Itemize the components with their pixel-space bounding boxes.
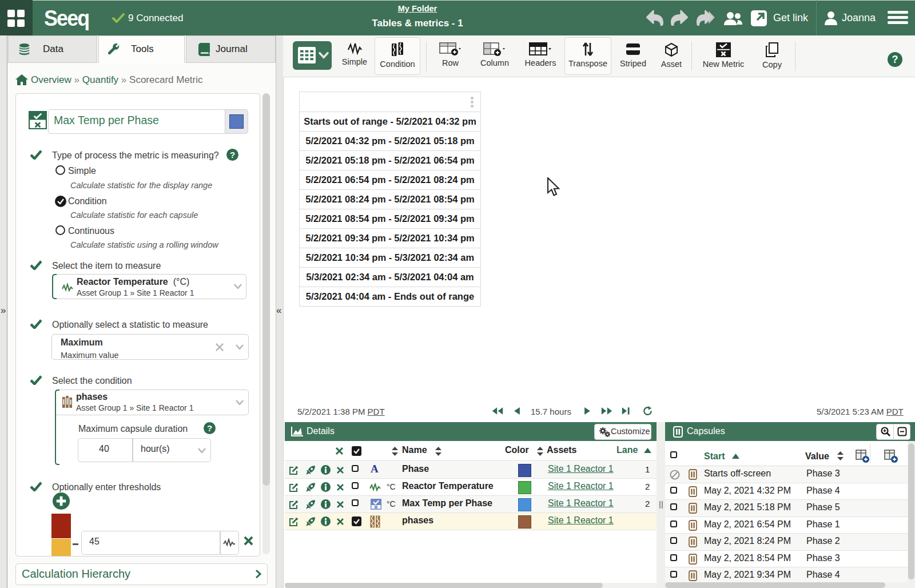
svg-text:?: ? (892, 54, 898, 65)
svg-text:?: ? (207, 423, 212, 433)
svg-text:?: ? (230, 150, 235, 160)
